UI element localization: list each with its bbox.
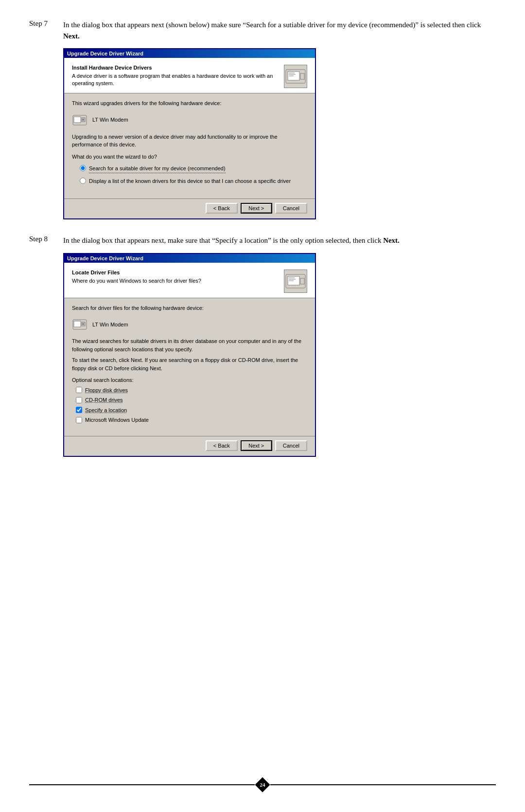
dialog2-next-button[interactable]: Next > [241, 440, 272, 451]
dialog2-check2: CD-ROM drives [76, 396, 307, 404]
step7-label: Step 7 [29, 19, 63, 28]
dialog1: Upgrade Device Driver Wizard Install Har… [63, 48, 316, 219]
step7-bold: Next. [63, 32, 80, 40]
dialog2-check4: Microsoft Windows Update [76, 416, 307, 424]
step8-text: In the dialog box that appears next, mak… [63, 235, 496, 246]
dialog2-body: Locate Driver Files Where do you want Wi… [64, 263, 315, 456]
dialog2-footer: < Back Next > Cancel [64, 436, 315, 456]
dialog2-check3: Specify a location [76, 406, 307, 415]
step7-block: Step 7 In the dialog box that appears ne… [29, 19, 496, 219]
dialog2-main: Search for driver files for the followin… [64, 298, 315, 432]
dialog2-header-title: Locate Driver Files [72, 270, 279, 275]
dialog2-cancel-button[interactable]: Cancel [275, 440, 307, 451]
dialog1-body-text1: Upgrading to a newer version of a device… [72, 133, 307, 149]
dialog2-check2-label: CD-ROM drives [85, 396, 123, 404]
dialog1-radio1: Search for a suitable driver for my devi… [80, 164, 307, 173]
step8-label: Step 8 [29, 235, 63, 243]
svg-point-19 [82, 323, 84, 325]
dialog1-header-text: Install Hardware Device Drivers A device… [72, 65, 279, 88]
footer-line-left [29, 784, 255, 785]
dialog1-body-text2: What do you want the wizard to do? [72, 153, 307, 161]
dialog2-title-text: Upgrade Device Driver Wizard [67, 255, 143, 261]
dialog2-optional-label: Optional search locations: [72, 376, 307, 384]
dialog1-radio2: Display a list of the known drivers for … [80, 177, 307, 185]
svg-rect-12 [300, 278, 304, 284]
dialog1-body: Install Hardware Device Drivers A device… [64, 58, 315, 218]
dialog2-header: Locate Driver Files Where do you want Wi… [64, 263, 315, 298]
dialog1-radio2-input[interactable] [80, 178, 86, 184]
dialog2-check2-input[interactable] [76, 397, 82, 403]
step7-text: In the dialog box that appears next (sho… [63, 19, 496, 41]
dialog1-device-name: LT Win Modem [92, 116, 128, 124]
step7-text-main: In the dialog box that appears next (sho… [63, 21, 481, 29]
svg-point-9 [82, 119, 84, 121]
footer-line-right [270, 784, 496, 785]
dialog1-device-row: LT Win Modem [72, 112, 307, 128]
svg-rect-2 [300, 73, 304, 79]
dialog2-check4-input[interactable] [76, 417, 82, 423]
dialog1-title-text: Upgrade Device Driver Wizard [67, 51, 143, 56]
dialog2-check1: Floppy disk drives [76, 386, 307, 395]
dialog2-checkbox-group: Floppy disk drives CD-ROM drives Specify… [76, 386, 307, 424]
dialog2-header-subtitle: Where do you want Windows to search for … [72, 277, 279, 285]
step7-content: In the dialog box that appears next (sho… [63, 19, 496, 219]
dialog2-check4-label: Microsoft Windows Update [85, 416, 149, 424]
dialog2-back-button[interactable]: < Back [206, 440, 238, 451]
dialog1-header: Install Hardware Device Drivers A device… [64, 58, 315, 93]
svg-rect-17 [74, 321, 81, 327]
dialog1-footer: < Back Next > Cancel [64, 198, 315, 218]
dialog1-cancel-button[interactable]: Cancel [275, 203, 307, 214]
footer-page-number: 24 [260, 782, 265, 788]
step8-text-main: In the dialog box that appears next, mak… [63, 236, 383, 244]
dialog2-check1-input[interactable] [76, 387, 82, 393]
dialog2-wizard-text: Search for driver files for the followin… [72, 304, 307, 312]
dialog1-device-icon [72, 112, 88, 128]
dialog2-icon [284, 270, 307, 293]
dialog1-main: This wizard upgrades drivers for the fol… [64, 93, 315, 195]
svg-rect-7 [74, 117, 81, 123]
dialog1-radio2-label: Display a list of the known drivers for … [89, 177, 291, 185]
dialog2-check1-label: Floppy disk drives [85, 386, 128, 395]
dialog2-device-name: LT Win Modem [92, 321, 128, 329]
footer-row: 24 [29, 777, 496, 793]
dialog2-device-icon [72, 317, 88, 332]
dialog2-body-text1: The wizard searches for suitable drivers… [72, 337, 307, 353]
dialog1-next-button[interactable]: Next > [241, 203, 272, 214]
dialog2-body-text2: To start the search, click Next. If you … [72, 356, 307, 372]
dialog2-device-row: LT Win Modem [72, 317, 307, 332]
step8-block: Step 8 In the dialog box that appears ne… [29, 235, 496, 457]
dialog1-radio1-input[interactable] [80, 165, 86, 171]
step8-content: In the dialog box that appears next, mak… [63, 235, 496, 457]
dialog2: Upgrade Device Driver Wizard Locate Driv… [63, 253, 316, 457]
dialog1-header-title: Install Hardware Device Drivers [72, 65, 279, 71]
dialog2-check3-input[interactable] [76, 407, 82, 413]
dialog1-icon [284, 65, 307, 88]
dialog1-back-button[interactable]: < Back [206, 203, 238, 214]
dialog1-wizard-text: This wizard upgrades drivers for the fol… [72, 99, 307, 108]
dialog1-titlebar: Upgrade Device Driver Wizard [64, 49, 315, 58]
page-footer: 24 [29, 777, 496, 793]
dialog2-check3-label: Specify a location [85, 406, 127, 415]
step8-bold: Next. [383, 236, 400, 244]
dialog1-radio-group: Search for a suitable driver for my devi… [80, 164, 307, 185]
dialog1-radio1-label: Search for a suitable driver for my devi… [89, 164, 226, 173]
dialog2-titlebar: Upgrade Device Driver Wizard [64, 254, 315, 263]
dialog2-header-text: Locate Driver Files Where do you want Wi… [72, 270, 279, 285]
dialog1-header-subtitle: A device driver is a software program th… [72, 72, 279, 88]
